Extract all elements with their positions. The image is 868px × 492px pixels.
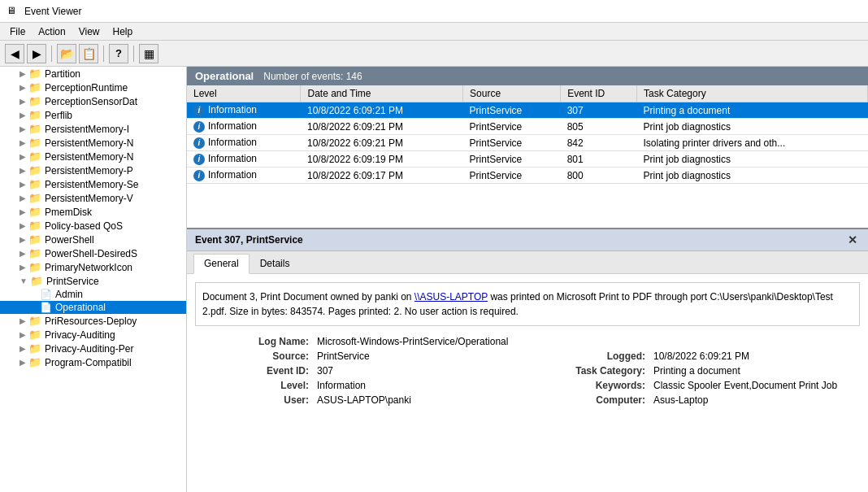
sidebar-item-privacy-auditing[interactable]: ▶📁Privacy-Auditing [0,328,186,342]
sidebar[interactable]: ▶📁Partition▶📁PerceptionRuntime▶📁Percepti… [0,67,187,492]
cell-level: iInformation [187,102,301,119]
main-layout: ▶📁Partition▶📁PerceptionRuntime▶📁Percepti… [0,67,868,492]
cell-task-category: Print job diagnostics [637,119,868,135]
sidebar-item-persistentmemory-p[interactable]: ▶📁PersistentMemory-P [0,163,186,177]
sidebar-item-priresources-deploy[interactable]: ▶📁PriResources-Deploy [0,314,186,328]
menu-action[interactable]: Action [32,24,72,39]
events-table-wrapper[interactable]: Level Date and Time Source Event ID Task… [187,85,868,228]
folder-icon: 📁 [28,109,41,121]
sidebar-item-powershell-desireds[interactable]: ▶📁PowerShell-DesiredS [0,246,186,260]
sidebar-item-persistentmemory-se[interactable]: ▶📁PersistentMemory-Se [0,177,186,191]
cell-event-id: 800 [561,168,637,184]
tree-label: PersistentMemory-P [45,165,133,176]
info-icon: i [193,105,205,116]
tree-arrow-icon: ▶ [20,111,26,120]
menu-file[interactable]: File [3,24,32,39]
cell-task-category: Print job diagnostics [637,168,868,184]
sidebar-item-policy-based-qos[interactable]: ▶📁Policy-based QoS [0,219,186,233]
back-button[interactable]: ◀ [5,44,24,63]
prop-computer-label: Computer: [532,394,645,406]
tree-arrow-icon: ▶ [20,344,26,353]
menu-view[interactable]: View [72,24,106,39]
tree-arrow-icon: ▶ [20,166,26,175]
help-button[interactable]: ? [109,44,128,63]
sidebar-item-privacy-auditing-per[interactable]: ▶📁Privacy-Auditing-Per [0,342,186,355]
folder-icon: 📁 [28,164,41,176]
table-row[interactable]: iInformation10/8/2022 6:09:19 PMPrintSer… [187,151,868,168]
show-hide-button[interactable]: ▦ [139,44,158,63]
tree-label: PerceptionSensorDat [45,96,137,107]
folder-icon: 📁 [28,150,41,163]
prop-computer-value: Asus-Laptop [653,394,860,406]
sidebar-item-primarynetworkicon[interactable]: ▶📁PrimaryNetworkIcon [0,260,186,274]
tree-label: PerceptionRuntime [45,82,128,94]
folder-icon: 📁 [28,123,41,135]
sidebar-item-powershell[interactable]: ▶📁PowerShell [0,233,186,246]
col-datetime[interactable]: Date and Time [301,85,463,102]
app-icon: 🖥 [7,5,20,18]
tree-label: PersistentMemory-N [45,137,133,149]
sidebar-item-perflib[interactable]: ▶📁Perflib [0,108,186,122]
file-icon: 📄 [40,302,52,313]
prop-level-value: Information [317,380,523,391]
table-row[interactable]: iInformation10/8/2022 6:09:21 PMPrintSer… [187,135,868,151]
create-task-button[interactable]: 📋 [79,44,98,63]
tree-label: PersistentMemory-I [45,124,129,135]
sidebar-item-admin[interactable]: 📄Admin [0,288,186,301]
sidebar-item-printservice[interactable]: ▼📁PrintService [0,274,186,288]
col-level[interactable]: Level [187,85,301,102]
right-panel: Operational Number of events: 146 Level … [187,67,868,492]
folder-icon: 📁 [28,247,41,259]
folder-icon: 📁 [28,329,41,341]
prop-log-name-label: Log Name: [195,336,309,347]
folder-icon: 📁 [28,81,41,94]
info-icon: i [193,137,205,149]
prop-logged-value: 10/8/2022 6:09:21 PM [653,350,860,362]
tree-arrow-icon: ▶ [20,83,26,92]
sidebar-item-persistentmemory-i[interactable]: ▶📁PersistentMemory-I [0,122,186,136]
detail-header: Event 307, PrintService ✕ [187,229,868,251]
sidebar-item-perceptionsensordat[interactable]: ▶📁PerceptionSensorDat [0,94,186,108]
sidebar-item-program-compatibil[interactable]: ▶📁Program-Compatibil [0,355,186,369]
tab-details[interactable]: Details [250,254,301,273]
col-event-id[interactable]: Event ID [561,85,637,102]
sidebar-item-pmemdisk[interactable]: ▶📁PmemDisk [0,205,186,219]
folder-icon: 📁 [28,95,41,107]
sidebar-item-persistentmemory-v[interactable]: ▶📁PersistentMemory-V [0,191,186,205]
toolbar-separator-2 [103,46,104,62]
sidebar-item-persistentmemory-n[interactable]: ▶📁PersistentMemory-N [0,136,186,150]
tree-label: PersistentMemory-Se [45,179,138,190]
menu-help[interactable]: Help [106,24,140,39]
description-link[interactable]: \\ASUS-LAPTOP [414,291,488,303]
folder-icon: 📁 [28,356,41,368]
table-row[interactable]: iInformation10/8/2022 6:09:21 PMPrintSer… [187,119,868,135]
prop-level-label: Level: [195,380,309,391]
table-row[interactable]: iInformation10/8/2022 6:09:21 PMPrintSer… [187,102,868,119]
table-row[interactable]: iInformation10/8/2022 6:09:17 PMPrintSer… [187,168,868,184]
tree-label: PrimaryNetworkIcon [45,262,132,273]
sidebar-item-persistentmemory-n[interactable]: ▶📁PersistentMemory-N [0,150,186,163]
tree-label: PowerShell [45,234,94,246]
cell-source: PrintService [463,102,561,119]
open-log-button[interactable]: 📂 [57,44,76,63]
tree-label: Privacy-Auditing-Per [45,343,133,355]
detail-tabs: General Details [187,251,868,274]
tree-arrow-icon: ▶ [20,263,26,272]
forward-button[interactable]: ▶ [27,44,46,63]
col-source[interactable]: Source [463,85,561,102]
prop-source-value: PrintService [317,350,523,362]
cell-event-id: 842 [561,135,637,151]
detail-close-button[interactable]: ✕ [845,233,860,247]
cell-level: iInformation [187,168,301,184]
sidebar-item-perceptionruntime[interactable]: ▶📁PerceptionRuntime [0,81,186,94]
tab-general[interactable]: General [193,254,250,274]
col-task-category[interactable]: Task Category [637,85,868,102]
events-header-count: Number of events: 146 [263,71,362,82]
folder-icon: 📁 [28,315,41,327]
tree-label: Program-Compatibil [45,357,132,368]
tree-label: PersistentMemory-N [45,151,133,163]
events-table: Level Date and Time Source Event ID Task… [187,85,868,184]
prop-event-id-label: Event ID: [195,365,309,377]
sidebar-item-partition[interactable]: ▶📁Partition [0,67,186,81]
sidebar-item-operational[interactable]: 📄Operational [0,301,186,314]
